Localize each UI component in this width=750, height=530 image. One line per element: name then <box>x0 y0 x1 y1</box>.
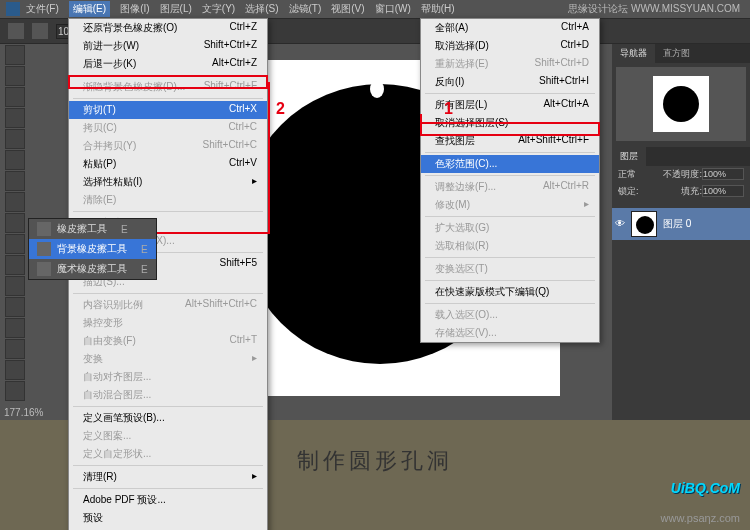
menu-item[interactable]: 清理(R) <box>69 468 267 486</box>
navigator-tab[interactable]: 导航器 <box>612 44 655 63</box>
menu-item[interactable]: 还原背景色橡皮擦(O)Ctrl+Z <box>69 19 267 37</box>
menu-view[interactable]: 视图(V) <box>331 2 364 16</box>
histogram-tab[interactable]: 直方图 <box>655 44 698 63</box>
heal-tool[interactable] <box>5 171 25 191</box>
menu-item[interactable]: 自由变换(F)Ctrl+T <box>69 332 267 350</box>
bg-eraser-tool-option[interactable]: 背景橡皮擦工具E <box>29 239 156 259</box>
menu-item[interactable]: 调整边缘(F)...Alt+Ctrl+R <box>421 178 599 196</box>
watermark-psanz: www.psaηz.com <box>661 512 740 524</box>
opacity-input[interactable] <box>702 168 744 180</box>
menu-item[interactable]: 自动对齐图层... <box>69 368 267 386</box>
brush-tool[interactable] <box>5 192 25 212</box>
dodge-tool[interactable] <box>5 318 25 338</box>
menu-item[interactable]: 存储选区(V)... <box>421 324 599 342</box>
navigator-thumb[interactable] <box>616 67 746 141</box>
brush-icon[interactable] <box>32 23 48 39</box>
menu-item[interactable]: 清除(E) <box>69 191 267 209</box>
menu-item[interactable]: 内容识别比例Alt+Shift+Ctrl+C <box>69 296 267 314</box>
menu-item[interactable]: 载入选区(O)... <box>421 306 599 324</box>
menu-item[interactable]: 合并拷贝(Y)Shift+Ctrl+C <box>69 137 267 155</box>
eraser-icon <box>37 222 51 236</box>
pen-tool[interactable] <box>5 339 25 359</box>
bg-eraser-icon <box>37 242 51 256</box>
visibility-eye-icon[interactable]: 👁 <box>615 218 627 230</box>
lock-row: 锁定: 填充: <box>612 183 750 200</box>
menu-item[interactable]: 反向(I)Shift+Ctrl+I <box>421 73 599 91</box>
stamp-tool[interactable] <box>5 213 25 233</box>
menu-item[interactable]: 自动混合图层... <box>69 386 267 404</box>
drip-highlight <box>370 80 384 98</box>
wand-tool[interactable] <box>5 108 25 128</box>
menu-item[interactable]: 色彩范围(C)... <box>421 155 599 173</box>
menu-item[interactable]: 渐隐背景色橡皮擦(D)...Shift+Ctrl+F <box>69 78 267 96</box>
select-menu-dropdown[interactable]: 全部(A)Ctrl+A取消选择(D)Ctrl+D重新选择(E)Shift+Ctr… <box>420 18 600 343</box>
ps-logo-icon <box>6 2 20 16</box>
annotation-label-2: 2 <box>276 100 285 118</box>
lasso-tool[interactable] <box>5 87 25 107</box>
eraser-tool-option[interactable]: 橡皮擦工具E <box>29 219 156 239</box>
layer-thumb[interactable] <box>631 211 657 237</box>
menu-item[interactable]: 重新选择(E)Shift+Ctrl+D <box>421 55 599 73</box>
status-zoom: 177.16% <box>4 407 43 418</box>
annotation-line-2v <box>268 82 270 232</box>
menu-item[interactable]: 变换 <box>69 350 267 368</box>
menu-item[interactable]: 预设 <box>69 509 267 527</box>
annotation-line-2h <box>150 232 270 234</box>
marquee-tool[interactable] <box>5 66 25 86</box>
menu-item[interactable]: 选取相似(R) <box>421 237 599 255</box>
blend-mode-row: 正常 不透明度: <box>612 166 750 183</box>
menu-item[interactable]: 选择性粘贴(I) <box>69 173 267 191</box>
menu-window[interactable]: 窗口(W) <box>375 2 411 16</box>
menu-item[interactable]: 查找图层Alt+Shift+Ctrl+F <box>421 132 599 150</box>
type-tool[interactable] <box>5 360 25 380</box>
eraser-tool[interactable] <box>5 255 25 275</box>
eyedropper-tool[interactable] <box>5 150 25 170</box>
layer-row[interactable]: 👁 图层 0 <box>612 208 750 240</box>
fill-input[interactable] <box>702 185 744 197</box>
menu-item[interactable]: 修改(M) <box>421 196 599 214</box>
menu-item[interactable]: 取消选择(D)Ctrl+D <box>421 37 599 55</box>
history-brush-tool[interactable] <box>5 234 25 254</box>
menu-item[interactable]: 定义图案... <box>69 427 267 445</box>
menu-item[interactable]: 后退一步(K)Alt+Ctrl+Z <box>69 55 267 73</box>
menu-item[interactable]: 扩大选取(G) <box>421 219 599 237</box>
menu-item[interactable]: 操控变形 <box>69 314 267 332</box>
forum-brand: 思缘设计论坛 WWW.MISSYUAN.COM <box>568 2 740 16</box>
watermark-uibq: UiBQ.CoM <box>671 480 740 496</box>
menu-item[interactable]: Adobe PDF 预设... <box>69 491 267 509</box>
menu-item[interactable]: 粘贴(P)Ctrl+V <box>69 155 267 173</box>
menu-item[interactable]: 全部(A)Ctrl+A <box>421 19 599 37</box>
layer-tabs: 图层 <box>612 147 750 166</box>
menu-item[interactable]: 前进一步(W)Shift+Ctrl+Z <box>69 37 267 55</box>
eraser-tool-flyout[interactable]: 橡皮擦工具E 背景橡皮擦工具E 魔术橡皮擦工具E <box>28 218 157 280</box>
menu-item[interactable]: 拷贝(C)Ctrl+C <box>69 119 267 137</box>
tools-panel <box>4 44 26 402</box>
menu-layer[interactable]: 图层(L) <box>160 2 192 16</box>
menu-edit[interactable]: 编辑(E) <box>69 1 110 17</box>
menu-item[interactable]: 定义画笔预设(B)... <box>69 409 267 427</box>
menu-help[interactable]: 帮助(H) <box>421 2 455 16</box>
layer-name[interactable]: 图层 0 <box>663 217 691 231</box>
menu-file[interactable]: 文件(F) <box>26 2 59 16</box>
menu-item[interactable]: 定义自定形状... <box>69 445 267 463</box>
menu-image[interactable]: 图像(I) <box>120 2 149 16</box>
menu-item[interactable]: 剪切(T)Ctrl+X <box>69 101 267 119</box>
magic-eraser-tool-option[interactable]: 魔术橡皮擦工具E <box>29 259 156 279</box>
blend-mode-select[interactable]: 正常 <box>618 168 636 181</box>
menu-type[interactable]: 文字(Y) <box>202 2 235 16</box>
menu-item[interactable]: 变换选区(T) <box>421 260 599 278</box>
right-panels: 导航器 直方图 图层 正常 不透明度: 锁定: 填充: 👁 图层 0 <box>612 44 750 420</box>
move-tool[interactable] <box>5 45 25 65</box>
blur-tool[interactable] <box>5 297 25 317</box>
menu-item[interactable]: 在快速蒙版模式下编辑(Q) <box>421 283 599 301</box>
crop-tool[interactable] <box>5 129 25 149</box>
tool-preset-icon[interactable] <box>8 23 24 39</box>
layers-tab[interactable]: 图层 <box>612 147 646 166</box>
gradient-tool[interactable] <box>5 276 25 296</box>
nav-tabs: 导航器 直方图 <box>612 44 750 63</box>
layers-list: 👁 图层 0 <box>612 208 750 240</box>
annotation-label-1: 1 <box>444 100 453 118</box>
path-tool[interactable] <box>5 381 25 401</box>
menu-filter[interactable]: 滤镜(T) <box>289 2 322 16</box>
menu-select[interactable]: 选择(S) <box>245 2 278 16</box>
